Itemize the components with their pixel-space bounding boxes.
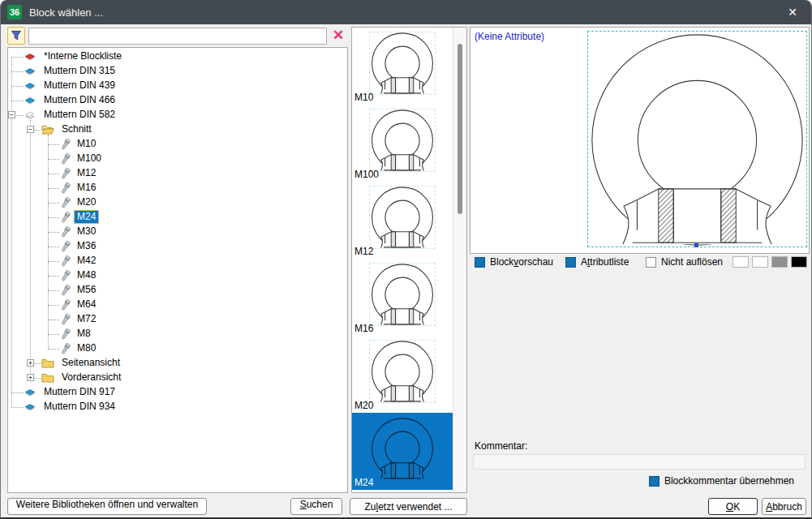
tree-item-label[interactable]: Schnitt — [59, 123, 94, 135]
tree-item-label[interactable]: Muttern DIN 582 — [41, 109, 118, 121]
thumbnail-scrollbar[interactable] — [453, 28, 466, 492]
collapse-icon[interactable]: − — [8, 111, 15, 118]
comment-label: Kommentar: — [475, 440, 527, 452]
tree-item-label[interactable]: M42 — [75, 255, 98, 267]
tree-item[interactable]: M20 — [8, 195, 347, 210]
filter-toggle-button[interactable] — [7, 27, 25, 45]
tree-item[interactable]: Muttern DIN 439 — [8, 79, 347, 93]
tree-item-label[interactable]: Seitenansicht — [59, 357, 122, 369]
checkbox-box[interactable] — [475, 257, 485, 268]
preview-bg-swatch[interactable] — [771, 256, 788, 268]
tree-item-label[interactable]: M56 — [75, 284, 98, 296]
preview-bg-swatch[interactable] — [791, 256, 807, 268]
tree-item[interactable]: M10 — [8, 137, 347, 152]
checkbox-box[interactable] — [646, 257, 656, 268]
tree-item[interactable]: Muttern DIN 917 — [8, 385, 347, 400]
thumbnail-item[interactable]: M100 — [352, 105, 453, 182]
tree-item[interactable]: M100 — [8, 152, 347, 166]
tree-item[interactable]: *Interne Blockliste — [8, 49, 347, 64]
recently-used-button[interactable]: Zuletzt verwendet ... — [350, 498, 467, 515]
folder-closed-icon — [41, 371, 54, 384]
tree-item-label[interactable]: M64 — [75, 298, 98, 311]
collapse-icon[interactable]: − — [27, 126, 34, 133]
tree-connector — [48, 217, 59, 218]
tree-item-label[interactable]: M30 — [75, 225, 98, 238]
preview-bg-swatch[interactable] — [752, 256, 768, 268]
checkbox-box[interactable] — [565, 257, 576, 268]
nicht-aufloesen-checkbox[interactable]: Nicht auflösen — [646, 256, 723, 268]
tree-item-label[interactable]: M20 — [75, 196, 98, 208]
tree-item[interactable]: M36 — [8, 239, 347, 254]
titlebar[interactable]: 36 Block wählen ... ✕ — [1, 0, 811, 24]
block-select-dialog: 36 Block wählen ... ✕ ✕ *Interne Blockli… — [0, 0, 812, 519]
tree-item[interactable]: M12 — [8, 166, 347, 181]
apply-blockcomment-checkbox[interactable]: Blockkommentar übernehmen — [649, 475, 794, 487]
thumbnail-item[interactable]: M24 — [352, 413, 453, 490]
comment-input[interactable] — [473, 454, 806, 470]
attributliste-checkbox[interactable]: Attributliste — [565, 256, 629, 268]
clear-filter-button[interactable]: ✕ — [329, 27, 348, 45]
block-thumbnail-image — [369, 263, 436, 326]
thumbnail-item[interactable]: M12 — [352, 182, 453, 259]
cancel-button[interactable]: Abbruch — [762, 498, 806, 515]
tree-item-label[interactable]: Muttern DIN 315 — [41, 65, 118, 77]
search-button[interactable]: Suchen ... — [290, 498, 342, 515]
tree-item[interactable]: Muttern DIN 934 — [8, 400, 347, 414]
blockvorschau-checkbox[interactable]: Blockvorschau — [475, 256, 553, 268]
block-thumbnail-image — [369, 340, 436, 403]
insertion-point-grip — [694, 243, 698, 247]
tree-item-label[interactable]: Muttern DIN 917 — [41, 386, 118, 398]
tree-item-label[interactable]: Muttern DIN 439 — [41, 79, 118, 92]
tree-item[interactable]: M16 — [8, 181, 347, 195]
tree-item[interactable]: Muttern DIN 315 — [8, 64, 347, 79]
filter-input[interactable] — [28, 28, 327, 45]
preview-bg-swatch[interactable] — [733, 256, 749, 268]
tree-item[interactable]: M42 — [8, 254, 347, 268]
tree-item[interactable]: M72 — [8, 312, 347, 327]
expand-icon[interactable]: + — [27, 374, 34, 381]
tree-item-label[interactable]: M48 — [75, 269, 98, 281]
tree-item[interactable]: M64 — [8, 298, 347, 312]
tree-item-label[interactable]: M100 — [75, 152, 104, 165]
ok-button[interactable]: OK — [708, 498, 758, 515]
tree-item-label[interactable]: Muttern DIN 934 — [41, 401, 118, 413]
block-tree[interactable]: *Interne BlocklisteMuttern DIN 315Mutter… — [7, 47, 348, 493]
thumbnail-list[interactable]: M10M100M12M16M20M24 — [351, 27, 467, 493]
thumbnail-label: M100 — [354, 169, 379, 180]
tree-item-label[interactable]: M8 — [75, 328, 93, 340]
tree-item[interactable]: M8 — [8, 327, 347, 341]
tree-item[interactable]: Muttern DIN 466 — [8, 93, 347, 108]
tree-item-label[interactable]: M72 — [75, 313, 98, 325]
tree-item[interactable]: M48 — [8, 268, 347, 283]
tree-item[interactable]: M80 — [8, 341, 347, 356]
tree-item-label[interactable]: M10 — [75, 138, 98, 150]
tree-item[interactable]: −Muttern DIN 582 — [8, 108, 347, 122]
tree-item[interactable]: −Schnitt — [8, 122, 347, 137]
tree-item[interactable]: M24 — [8, 210, 347, 225]
tree-item-label[interactable]: M12 — [75, 167, 98, 179]
tree-item-label[interactable]: *Interne Blockliste — [41, 50, 124, 62]
tree-item[interactable]: +Seitenansicht — [8, 356, 347, 371]
tree-item-label[interactable]: M80 — [75, 342, 98, 354]
comment-section: Kommentar: Blockkommentar übernehmen — [470, 440, 810, 491]
bolt-icon — [59, 328, 72, 341]
thumbnail-item[interactable]: M16 — [352, 259, 453, 336]
thumbnail-label: M12 — [354, 246, 373, 257]
tree-item[interactable]: M56 — [8, 283, 347, 298]
tree-item-label[interactable]: M36 — [75, 240, 98, 252]
close-button[interactable]: ✕ — [774, 0, 811, 24]
tree-item[interactable]: +Vorderansicht — [8, 371, 347, 385]
tree-item-label[interactable]: Vorderansicht — [59, 371, 123, 384]
scrollbar-thumb[interactable] — [458, 44, 462, 214]
tree-item-label[interactable]: M24 — [75, 211, 98, 223]
checkbox-box[interactable] — [649, 476, 659, 487]
thumbnail-item[interactable]: M20 — [352, 336, 453, 413]
tree-item-label[interactable]: Muttern DIN 466 — [41, 94, 118, 106]
app-icon: 36 — [7, 5, 22, 19]
thumbnail-item[interactable]: M10 — [352, 28, 453, 105]
manage-libraries-button[interactable]: Weitere Bibliotheken öffnen und verwalte… — [7, 498, 207, 515]
preview-options: Blockvorschau Attributliste Nicht auflös… — [470, 255, 810, 272]
tree-item[interactable]: M30 — [8, 225, 347, 239]
expand-icon[interactable]: + — [27, 359, 34, 367]
tree-item-label[interactable]: M16 — [75, 182, 98, 194]
